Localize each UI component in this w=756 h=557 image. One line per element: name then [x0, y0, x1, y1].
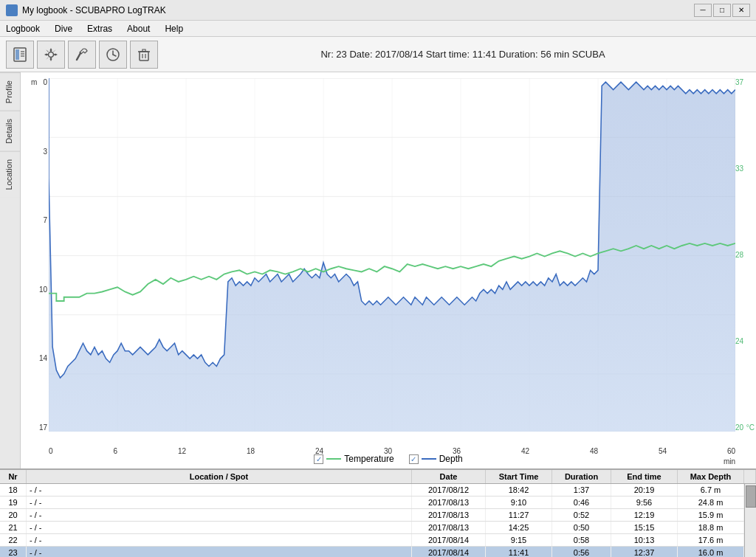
title-bar-controls[interactable]: ─ □ ✕ [694, 4, 750, 17]
settings-button[interactable] [37, 41, 65, 69]
cell-starttime: 11:41 [486, 547, 552, 557]
cell-nr: 19 [0, 497, 27, 508]
cell-maxdepth: 18.8 m [678, 522, 744, 533]
title-bar-left: My logbook - SCUBAPRO LogTRAK [6, 4, 166, 16]
cell-location: - / - [27, 484, 412, 496]
cell-date: 2017/08/14 [412, 534, 486, 546]
table-row[interactable]: 19 - / - 2017/08/13 9:10 0:46 9:56 24.8 … [0, 497, 744, 509]
cell-date: 2017/08/13 [412, 522, 486, 533]
cell-date: 2017/08/14 [412, 547, 486, 557]
temperature-color [326, 458, 341, 460]
title-bar: My logbook - SCUBAPRO LogTRAK ─ □ ✕ [0, 0, 756, 21]
col-duration: Duration [552, 470, 611, 483]
cell-duration: 0:52 [552, 509, 611, 521]
main-area: Profile Details Location 0 3 7 10 14 17 … [0, 72, 756, 468]
cell-starttime: 9:10 [486, 497, 552, 508]
svg-line-6 [77, 53, 80, 60]
cell-nr: 22 [0, 534, 27, 546]
tools-button[interactable] [68, 41, 96, 69]
menu-about[interactable]: About [124, 23, 153, 35]
cell-duration: 0:56 [552, 547, 611, 557]
clock-icon [105, 46, 121, 63]
col-maxdepth: Max Depth [678, 470, 744, 483]
chart-legend: ✓ Temperature ✓ Depth [21, 451, 756, 467]
scrollbar[interactable] [744, 484, 756, 557]
cell-maxdepth: 6.7 m [678, 484, 744, 496]
table-row[interactable]: 21 - / - 2017/08/13 14:25 0:50 15:15 18.… [0, 522, 744, 534]
cell-location: - / - [27, 522, 412, 533]
cell-maxdepth: 17.6 m [678, 534, 744, 546]
table-row[interactable]: 23 - / - 2017/08/14 11:41 0:56 12:37 16.… [0, 547, 744, 557]
gear-icon [43, 46, 59, 63]
table-row[interactable]: 20 - / - 2017/08/13 11:27 0:52 12:19 15.… [0, 509, 744, 522]
svg-line-9 [113, 55, 116, 56]
menu-help[interactable]: Help [162, 23, 186, 35]
dive-info: Nr: 23 Date: 2017/08/14 Start time: 11:4… [176, 49, 750, 60]
cell-date: 2017/08/13 [412, 497, 486, 508]
analytics-button[interactable] [99, 41, 127, 69]
cell-location: - / - [27, 547, 412, 557]
col-nr: Nr [0, 470, 27, 483]
depth-label: Depth [439, 454, 463, 464]
minimize-button[interactable]: ─ [694, 4, 712, 17]
cell-endtime: 15:15 [611, 522, 678, 533]
cell-starttime: 14:25 [486, 522, 552, 533]
cell-location: - / - [27, 509, 412, 521]
menu-logbook[interactable]: Logbook [3, 23, 43, 35]
chart-area: 0 3 7 10 14 17 m 37 33 28 24 20 °C [21, 72, 756, 468]
delete-button[interactable] [130, 41, 158, 69]
cell-duration: 0:58 [552, 534, 611, 546]
legend-temperature: ✓ Temperature [314, 454, 394, 464]
cell-nr: 21 [0, 522, 27, 533]
location-tab[interactable]: Location [0, 151, 20, 198]
wrench-icon [74, 46, 90, 63]
cell-maxdepth: 24.8 m [678, 497, 744, 508]
col-endtime: End time [611, 470, 678, 483]
table-row[interactable]: 22 - / - 2017/08/14 9:15 0:58 10:13 17.6… [0, 534, 744, 547]
svg-point-5 [49, 52, 54, 57]
y-axis-right: 37 33 28 24 20 [735, 78, 755, 432]
cell-starttime: 9:15 [486, 534, 552, 546]
profile-tab[interactable]: Profile [0, 72, 20, 111]
side-tabs: Profile Details Location [0, 72, 21, 468]
bottom-table: Nr Location / Spot Date Start Time Durat… [0, 468, 756, 557]
cell-date: 2017/08/13 [412, 509, 486, 521]
depth-color [422, 458, 436, 460]
svg-rect-1 [16, 49, 19, 60]
cell-location: - / - [27, 534, 412, 546]
menu-dive[interactable]: Dive [52, 23, 75, 35]
temperature-checkbox[interactable]: ✓ [314, 454, 323, 464]
dive-chart [49, 78, 735, 432]
trash-icon [136, 46, 152, 63]
table-header: Nr Location / Spot Date Start Time Durat… [0, 470, 756, 484]
cell-duration: 0:46 [552, 497, 611, 508]
col-scrollbar [744, 470, 756, 483]
col-starttime: Start Time [486, 470, 552, 483]
close-button[interactable]: ✕ [732, 4, 750, 17]
cell-endtime: 9:56 [611, 497, 678, 508]
details-tab[interactable]: Details [0, 111, 20, 151]
logbook-icon [12, 46, 28, 63]
depth-checkbox[interactable]: ✓ [409, 454, 419, 464]
logbook-button[interactable] [6, 41, 34, 69]
cell-maxdepth: 15.9 m [678, 509, 744, 521]
table-body[interactable]: 18 - / - 2017/08/12 18:42 1:37 20:19 6.7… [0, 484, 744, 557]
cell-endtime: 10:13 [611, 534, 678, 546]
table-body-container: 18 - / - 2017/08/12 18:42 1:37 20:19 6.7… [0, 484, 756, 557]
svg-rect-10 [140, 52, 148, 60]
toolbar: Nr: 23 Date: 2017/08/14 Start time: 11:4… [0, 37, 756, 72]
cell-nr: 23 [0, 547, 27, 557]
menu-extras[interactable]: Extras [84, 23, 115, 35]
cell-endtime: 20:19 [611, 484, 678, 496]
legend-depth: ✓ Depth [409, 454, 463, 464]
maximize-button[interactable]: □ [713, 4, 731, 17]
scrollbar-thumb[interactable] [746, 485, 756, 508]
cell-starttime: 11:27 [486, 509, 552, 521]
col-location: Location / Spot [27, 470, 412, 483]
app-title: My logbook - SCUBAPRO LogTRAK [22, 5, 166, 15]
y-axis-left: 0 3 7 10 14 17 [22, 78, 47, 432]
temperature-label: Temperature [344, 454, 394, 464]
cell-location: - / - [27, 497, 412, 508]
table-row[interactable]: 18 - / - 2017/08/12 18:42 1:37 20:19 6.7… [0, 484, 744, 497]
col-date: Date [412, 470, 486, 483]
